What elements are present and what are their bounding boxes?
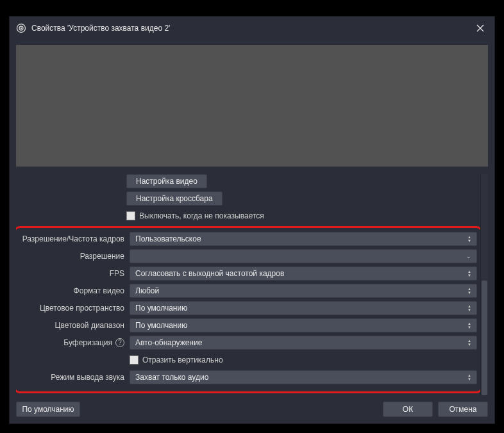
spinner-icon: ▲▼ [467,322,471,329]
resolution-fps-label: Разрешение/Частота кадров [19,234,130,243]
configure-crossbar-button[interactable]: Настройка кроссбара [126,192,223,206]
flip-vertical-label: Отразить вертикально [142,355,223,364]
app-icon [16,23,26,33]
ok-button[interactable]: ОК [383,402,433,417]
color-space-label: Цветовое пространство [19,304,130,313]
video-preview [16,45,488,167]
svg-point-2 [21,28,22,29]
window-title: Свойства 'Устройство захвата видео 2' [31,24,473,33]
resolution-label: Разрешение [19,252,130,261]
fps-label: FPS [19,269,130,278]
color-range-select[interactable]: По умолчанию ▲▼ [130,318,477,332]
properties-dialog: Свойства 'Устройство захвата видео 2' На… [9,16,495,424]
spinner-icon: ▲▼ [467,339,471,347]
buffering-label: Буферизация [63,338,112,347]
help-icon[interactable]: ? [115,338,124,347]
configure-video-button[interactable]: Настройка видео [126,174,207,188]
dialog-footer: По умолчанию ОК Отмена [16,395,488,417]
highlighted-section: Разрешение/Частота кадров Пользовательск… [16,226,480,393]
audio-output-select[interactable]: Захват только аудио ▲▼ [130,370,477,384]
fps-select[interactable]: Согласовать с выходной частотой кадров ▲… [130,266,477,281]
scrollbar[interactable] [480,174,488,395]
video-format-select[interactable]: Любой ▲▼ [130,284,477,298]
spinner-icon: ▲▼ [467,287,471,295]
defaults-button[interactable]: По умолчанию [16,402,80,417]
cancel-button[interactable]: Отмена [438,402,488,417]
titlebar: Свойства 'Устройство захвата видео 2' [10,17,494,40]
spinner-icon: ▲▼ [467,235,471,243]
dialog-body: Настройка видео Настройка кроссбара [10,40,494,423]
spinner-icon: ▲▼ [467,304,471,312]
resolution-select[interactable]: ⌄ [130,249,477,263]
buffering-select[interactable]: Авто-обнаружение ▲▼ [130,336,477,350]
form-area: Настройка видео Настройка кроссбара [16,174,480,395]
color-range-label: Цветовой диапазон [19,321,130,330]
spinner-icon: ▲▼ [467,373,471,381]
chevron-down-icon: ⌄ [466,253,471,259]
scrollbar-thumb[interactable] [482,281,487,395]
close-icon [476,24,484,32]
color-space-select[interactable]: По умолчанию ▲▼ [130,301,477,315]
resolution-fps-select[interactable]: Пользовательское ▲▼ [130,232,477,246]
spinner-icon: ▲▼ [467,270,471,277]
video-format-label: Формат видео [19,286,130,295]
deactivate-when-hidden-checkbox[interactable] [126,211,135,220]
close-button[interactable] [473,20,488,36]
flip-vertical-checkbox[interactable] [130,355,139,364]
deactivate-when-hidden-label: Выключать, когда не показывается [139,211,264,220]
audio-output-label: Режим вывода звука [19,373,130,382]
